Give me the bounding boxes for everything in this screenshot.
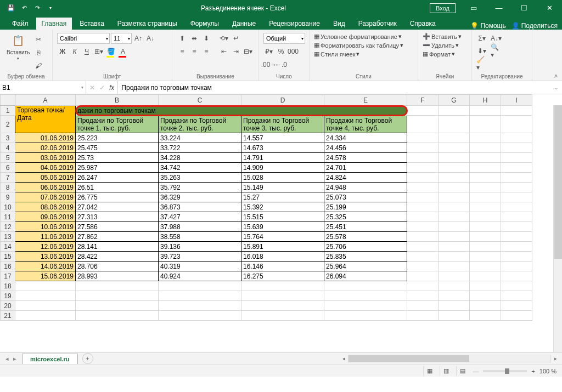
format-as-table-button[interactable]: ▦ Форматировать как таблицу ▾: [314, 42, 413, 49]
sort-filter-icon[interactable]: A↓▾: [491, 33, 502, 44]
empty-cell[interactable]: [76, 291, 159, 301]
normal-view-icon[interactable]: ▦: [423, 366, 435, 376]
page-layout-view-icon[interactable]: ▥: [440, 366, 452, 376]
italic-button[interactable]: К: [69, 46, 80, 57]
new-sheet-icon[interactable]: +: [82, 353, 93, 364]
number-format-select[interactable]: Общий: [263, 33, 305, 44]
row-header[interactable]: 21: [1, 311, 15, 321]
data-cell[interactable]: 28.993: [76, 271, 159, 281]
share-button[interactable]: 👤 Поделиться: [512, 22, 558, 30]
data-cell[interactable]: 36.329: [159, 192, 241, 202]
comma-icon[interactable]: 000: [288, 46, 299, 57]
tell-me-button[interactable]: 💡 Помощь: [470, 22, 505, 30]
date-cell[interactable]: 11.06.2019: [15, 232, 76, 242]
percent-icon[interactable]: %: [276, 46, 286, 57]
date-cell[interactable]: 07.06.2019: [15, 192, 76, 202]
data-cell[interactable]: 24.701: [324, 163, 407, 173]
cut-icon[interactable]: ✂: [33, 34, 44, 45]
column-header[interactable]: H: [470, 95, 501, 106]
data-cell[interactable]: 25.199: [324, 202, 407, 212]
underline-button[interactable]: Ч: [81, 46, 92, 57]
data-cell[interactable]: 25.325: [324, 212, 407, 222]
empty-cell[interactable]: [324, 301, 407, 311]
empty-cell[interactable]: [470, 291, 501, 301]
empty-cell[interactable]: [76, 311, 159, 321]
data-cell[interactable]: 27.862: [76, 232, 159, 242]
data-cell[interactable]: 37.988: [159, 222, 241, 232]
data-cell[interactable]: 35.263: [159, 173, 241, 183]
data-cell[interactable]: 25.73: [76, 153, 159, 163]
row-header[interactable]: 13: [1, 232, 15, 242]
date-cell[interactable]: 12.06.2019: [15, 242, 76, 252]
copy-icon[interactable]: ⎘: [33, 47, 44, 58]
data-cell[interactable]: 34.742: [159, 163, 241, 173]
redo-icon[interactable]: ↷: [31, 2, 44, 15]
empty-cell[interactable]: [407, 311, 439, 321]
data-cell[interactable]: 40.319: [159, 262, 241, 271]
font-name-select[interactable]: Calibri: [57, 33, 110, 44]
tab-pagelayout[interactable]: Разметка страницы: [112, 18, 183, 30]
conditional-formatting-button[interactable]: ▦ Условное форматирование ▾: [314, 33, 413, 40]
save-icon[interactable]: 💾: [4, 2, 18, 15]
paste-button[interactable]: 📋 Вставить ▾: [4, 32, 32, 62]
merge-icon[interactable]: ⊟▾: [243, 46, 254, 57]
empty-cell[interactable]: [407, 301, 439, 311]
empty-cell[interactable]: [324, 311, 407, 321]
empty-cell[interactable]: [159, 281, 241, 291]
row-header[interactable]: 4: [1, 143, 15, 153]
date-cell[interactable]: 13.06.2019: [15, 252, 76, 262]
row-header[interactable]: 6: [1, 163, 15, 173]
row-header[interactable]: 1: [1, 106, 15, 116]
table-header-cell[interactable]: Продажи по Торговой точке 2, тыс. руб.: [159, 116, 241, 133]
data-cell[interactable]: 15.392: [241, 202, 324, 212]
data-cell[interactable]: 16.018: [241, 252, 324, 262]
tab-help[interactable]: Справка: [404, 18, 441, 30]
empty-cell[interactable]: [15, 311, 76, 321]
data-cell[interactable]: 25.223: [76, 133, 159, 143]
increase-font-icon[interactable]: A↑: [133, 33, 144, 44]
accounting-icon[interactable]: ₽▾: [263, 46, 274, 57]
column-header[interactable]: E: [324, 95, 407, 106]
row-header[interactable]: 17: [1, 271, 15, 281]
zoom-level[interactable]: 100 %: [539, 368, 557, 374]
format-painter-icon[interactable]: 🖌: [33, 60, 44, 71]
increase-decimal-icon[interactable]: .00→: [263, 59, 274, 70]
row-header[interactable]: 8: [1, 183, 15, 192]
empty-cell[interactable]: [407, 291, 439, 301]
data-cell[interactable]: 25.073: [324, 192, 407, 202]
borders-icon[interactable]: ⊞▾: [93, 46, 104, 57]
decrease-decimal-icon[interactable]: ←.0: [276, 59, 286, 70]
autosum-icon[interactable]: Σ▾: [476, 33, 487, 44]
data-cell[interactable]: 33.224: [159, 133, 241, 143]
empty-cell[interactable]: [15, 301, 76, 311]
data-cell[interactable]: 38.558: [159, 232, 241, 242]
tab-review[interactable]: Рецензирование: [263, 18, 325, 30]
empty-cell[interactable]: [15, 281, 76, 291]
column-header[interactable]: I: [501, 95, 532, 106]
close-icon[interactable]: ✕: [537, 0, 562, 16]
decrease-font-icon[interactable]: A↓: [145, 33, 156, 44]
tab-insert[interactable]: Вставка: [74, 18, 110, 30]
row-header[interactable]: 14: [1, 242, 15, 252]
data-cell[interactable]: 15.891: [241, 242, 324, 252]
table-header-cell[interactable]: Торговая точка/ Дата: [15, 106, 76, 133]
date-cell[interactable]: 15.06.2019: [15, 271, 76, 281]
data-cell[interactable]: 33.722: [159, 143, 241, 153]
find-select-icon[interactable]: 🔍▾: [491, 46, 502, 56]
row-header[interactable]: 3: [1, 133, 15, 143]
empty-cell[interactable]: [159, 291, 241, 301]
tab-home[interactable]: Главная: [36, 18, 72, 30]
orientation-icon[interactable]: ⟲▾: [218, 33, 229, 44]
data-cell[interactable]: 25.964: [324, 262, 407, 271]
page-break-view-icon[interactable]: ▤: [456, 366, 468, 376]
data-cell[interactable]: 39.136: [159, 242, 241, 252]
empty-cell[interactable]: [501, 311, 532, 321]
tab-formulas[interactable]: Формулы: [185, 18, 224, 30]
increase-indent-icon[interactable]: ⇥: [231, 46, 241, 57]
row-header[interactable]: 15: [1, 252, 15, 262]
empty-cell[interactable]: [15, 291, 76, 301]
sheet-nav-next-icon[interactable]: ▸: [13, 355, 16, 362]
date-cell[interactable]: 14.06.2019: [15, 262, 76, 271]
worksheet-grid[interactable]: ABCDEFGHI1Торговая точка/ Датадажи по то…: [0, 94, 562, 352]
data-cell[interactable]: 14.673: [241, 143, 324, 153]
